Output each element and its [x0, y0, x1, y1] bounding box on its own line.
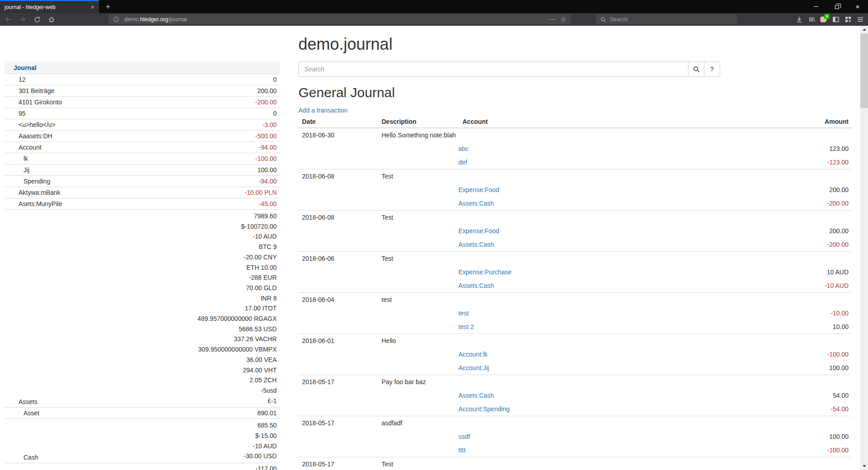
sidebar-account-link[interactable]: Aaasets:DH [19, 132, 52, 140]
search-button[interactable] [688, 61, 704, 77]
sidebar-account-link[interactable]: Spending [24, 177, 50, 185]
apps-grid-icon[interactable] [842, 13, 854, 26]
page-actions-icon[interactable]: ⋯ [549, 15, 556, 24]
tab-bar: journal - hledger-web × + × [0, 0, 868, 13]
bookmark-star-icon[interactable]: ☆ [561, 15, 566, 24]
sidebar-account-link[interactable]: 95 [19, 109, 26, 118]
sidebar-account-link[interactable]: 12 [19, 75, 26, 84]
sidebar-account-link[interactable]: 4101 Girokonto [19, 98, 62, 106]
posting-account-link[interactable]: Assets:Cash [458, 240, 494, 249]
accounts-sidebar: Journal 120301 Beiträge200.004101 Giroko… [5, 61, 280, 470]
browser-tab[interactable]: journal - hledger-web × [0, 0, 99, 13]
window-close-button[interactable]: × [847, 0, 868, 13]
posting-account-link[interactable]: abc [458, 144, 469, 153]
transaction-title-row[interactable]: 2018-06-08Test [298, 169, 852, 183]
main-content: demo.journal ? General Journal Add a tra… [298, 26, 852, 470]
sidebar-account-link[interactable]: Assets [19, 398, 38, 406]
balance-amount: $-15.00 [244, 431, 277, 441]
balance-amount: -30.00 USD [244, 451, 277, 461]
posting-account-link[interactable]: test 2 [458, 322, 474, 331]
transaction-title-row[interactable]: 2018-05-17Pay foo bar baz [298, 375, 852, 389]
transaction-title-row[interactable]: 2018-06-04test [298, 293, 852, 306]
extension-icon[interactable]: 0 [817, 13, 830, 26]
sidebar-account-balance: -94.00 [259, 177, 277, 185]
posting-account-link[interactable]: Account:lk [458, 350, 488, 359]
sidebar-account-row: Assets7989.60$-100720.00-10 AUDBTC 9-20.… [5, 210, 280, 408]
tab-close-icon[interactable]: × [90, 4, 95, 11]
posting-row: Expense:Food200.00 [298, 224, 852, 238]
search-help-button[interactable]: ? [704, 61, 720, 77]
search-input[interactable] [298, 61, 689, 77]
download-icon[interactable] [793, 13, 805, 26]
window-restore-button[interactable] [826, 0, 847, 13]
balance-amount: -10 AUD [244, 441, 277, 451]
library-icon[interactable] [805, 13, 817, 26]
posting-amount: 54.00 [833, 391, 849, 400]
posting-account-link[interactable]: Expense:Purchase [458, 268, 512, 277]
transaction-title-row[interactable]: 2018-05-17Test [298, 457, 852, 470]
balance-amount: -10 AUD [198, 231, 277, 242]
sidebar-account-link[interactable]: Asets:MunyPile [19, 200, 62, 208]
transaction: 2018-05-17Test [298, 457, 852, 470]
sidebar-account-row: 301 Beiträge200.00 [5, 85, 280, 97]
reload-button[interactable] [31, 13, 43, 26]
posting-account-link[interactable]: Account:Jij [458, 363, 489, 372]
sidebar-account-row: 120 [5, 74, 280, 85]
navigation-toolbar: i demo.hledger.org/journal ⋯ ☆ Search 0 [0, 13, 868, 26]
table-header-row: Date Description Account Amount [298, 116, 852, 128]
sidebar-account-link[interactable]: Account [19, 143, 42, 151]
transaction-title-row[interactable]: 2018-06-30Hello Something note:blah [298, 128, 852, 142]
window-minimize-button[interactable] [806, 0, 826, 13]
journal-heading: General Journal [298, 85, 852, 100]
sidebar-account-row: Jij100.00 [5, 164, 280, 176]
sidebar-account-link[interactable]: lk [24, 155, 28, 163]
balance-amount: -20.00 CNY [198, 252, 277, 263]
sidebar-account-link[interactable]: 301 Beiträge [19, 87, 54, 95]
posting-account-link[interactable]: test [458, 309, 469, 318]
posting-account-link[interactable]: Expense:Food [458, 185, 499, 194]
url-path: /journal [168, 16, 187, 23]
balance-amount: 0 [273, 109, 277, 118]
sidebar-account-link[interactable]: Aktywa:mBank [19, 188, 61, 197]
posting-account-link[interactable]: Expense:Food [458, 226, 499, 235]
scrollbar-thumb[interactable] [860, 33, 868, 108]
scrollbar-down-arrow[interactable] [860, 462, 868, 470]
posting-row: Expense:Purchase10 AUD [298, 265, 852, 279]
posting-account-link[interactable]: ssdf [458, 432, 470, 441]
new-tab-button[interactable]: + [101, 0, 115, 13]
page-scrollbar[interactable] [860, 26, 868, 470]
menu-hamburger-icon[interactable] [854, 13, 866, 26]
posting-account-link[interactable]: Account:Spending [458, 404, 510, 414]
url-bar[interactable]: i demo.hledger.org/journal ⋯ ☆ [108, 14, 571, 24]
sidebar-account-link[interactable]: Jij [24, 166, 29, 174]
journal-link[interactable]: Journal [14, 64, 37, 71]
site-info-icon[interactable]: i [113, 17, 119, 22]
posting-account-link[interactable]: def [458, 158, 467, 167]
balance-amount: -3.00 [262, 121, 277, 129]
url-domain: hledger.org [140, 16, 169, 23]
posting-account-link[interactable]: Assets:Cash [458, 391, 494, 400]
home-button[interactable] [45, 13, 58, 26]
back-button[interactable] [2, 13, 14, 26]
search-icon [693, 66, 700, 73]
sidebar-account-link[interactable]: Asset [24, 409, 39, 417]
transaction-title-row[interactable]: 2018-06-01Hello [298, 334, 852, 348]
posting-account-link[interactable]: Assets:Cash [458, 199, 494, 208]
sidebar-account-link[interactable]: <u>hello</u> [19, 121, 56, 129]
add-transaction-link[interactable]: Add a transaction [298, 107, 348, 114]
sidebar-account-link[interactable]: Cash [24, 453, 38, 461]
posting-amount: 100.00 [829, 432, 849, 441]
scrollbar-up-arrow[interactable] [860, 26, 868, 33]
transaction-description: Hello Something note:blah [378, 131, 852, 140]
sidebar-account-balance: 0 [273, 75, 277, 84]
posting-account-link[interactable]: tttt [458, 446, 466, 455]
transaction-title-row[interactable]: 2018-05-17asdfadf [298, 416, 852, 430]
transaction-title-row[interactable]: 2018-06-08Test [298, 211, 852, 224]
transaction: 2018-05-17Pay foo bar bazAssets:Cash54.0… [298, 375, 852, 416]
forward-button[interactable] [16, 13, 29, 26]
browser-search-bar[interactable]: Search [596, 14, 737, 24]
posting-account-link[interactable]: Assets:Cash [458, 281, 494, 290]
transaction-title-row[interactable]: 2018-06-06Test [298, 252, 852, 265]
posting-amount: 10 AUD [827, 268, 849, 277]
sidebar-toggle-icon[interactable] [830, 13, 842, 26]
